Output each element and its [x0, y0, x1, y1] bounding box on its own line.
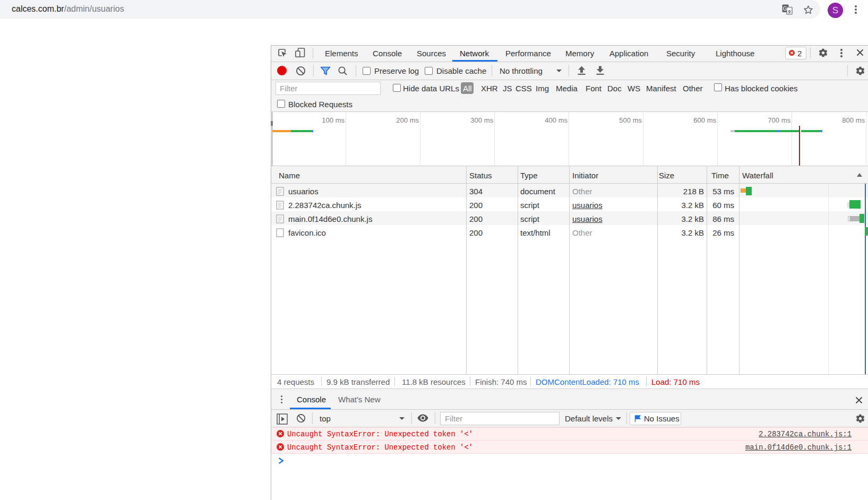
svg-text:G: G: [783, 6, 787, 12]
